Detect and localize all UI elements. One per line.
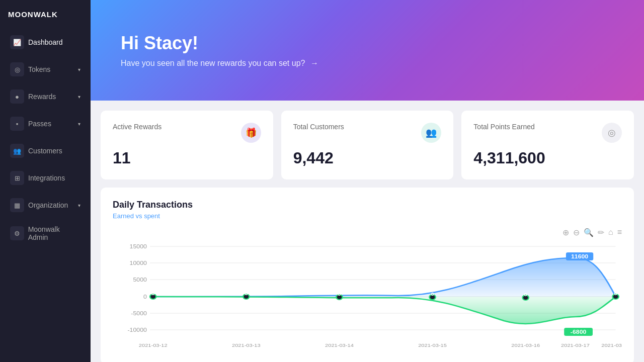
stat-label: Active Rewards bbox=[113, 123, 162, 131]
svg-text:2021-03-17: 2021-03-17 bbox=[561, 343, 590, 348]
hero-subtitle: Have you seen all the new rewards you ca… bbox=[121, 59, 624, 68]
sidebar-item-moonwalk-admin[interactable]: ⚙ Moonwalk Admin bbox=[2, 219, 89, 247]
svg-text:0: 0 bbox=[245, 291, 248, 296]
admin-icon: ⚙ bbox=[10, 226, 24, 240]
sidebar-item-rewards[interactable]: ● Rewards ▾ bbox=[2, 83, 89, 110]
customers-icon: 👥 bbox=[10, 144, 24, 158]
svg-text:11600: 11600 bbox=[571, 254, 588, 259]
svg-text:2021-03-12: 2021-03-12 bbox=[139, 343, 168, 348]
chevron-icon: ▾ bbox=[78, 67, 80, 72]
stat-icon-rewards: 🎁 bbox=[241, 123, 261, 143]
svg-text:0: 0 bbox=[431, 292, 434, 297]
sidebar-item-tokens[interactable]: ◎ Tokens ▾ bbox=[2, 56, 89, 82]
sidebar-item-organization[interactable]: ▦ Organization ▾ bbox=[2, 192, 89, 218]
chevron-icon: ▾ bbox=[78, 203, 80, 208]
zoom-out-icon[interactable]: ⊖ bbox=[573, 228, 580, 237]
stat-card-total-customers: Total Customers 👥 9,442 bbox=[281, 111, 454, 179]
sidebar-item-integrations[interactable]: ⊞ Integrations bbox=[2, 165, 89, 191]
chevron-icon: ▾ bbox=[78, 94, 80, 100]
svg-text:2021-03-14: 2021-03-14 bbox=[325, 343, 354, 348]
stat-card-total-points: Total Points Earned ◎ 4,311,600 bbox=[461, 111, 634, 179]
svg-text:0: 0 bbox=[614, 291, 618, 296]
chart-toolbar: ⊕ ⊖ 🔍 ✏ ⌂ ≡ bbox=[113, 228, 622, 237]
svg-text:-10000: -10000 bbox=[127, 327, 146, 333]
chart-card: Daily Transactions Earned vs spent ⊕ ⊖ 🔍… bbox=[101, 188, 634, 362]
chart-container: 15000 10000 5000 0 -5000 -10000 bbox=[113, 241, 622, 352]
sidebar: MOONWALK 📈 Dashboard ◎ Tokens ▾ ● Reward… bbox=[0, 0, 91, 362]
daily-transactions-chart: 15000 10000 5000 0 -5000 -10000 bbox=[113, 241, 622, 352]
svg-text:5000: 5000 bbox=[133, 277, 146, 283]
chart-title: Daily Transactions bbox=[113, 200, 622, 210]
zoom-in-icon[interactable]: ⊕ bbox=[562, 228, 569, 237]
sidebar-item-dashboard[interactable]: 📈 Dashboard bbox=[2, 29, 89, 55]
stat-card-active-rewards: Active Rewards 🎁 11 bbox=[101, 111, 273, 179]
pan-icon[interactable]: ✏ bbox=[598, 228, 604, 237]
sidebar-item-customers[interactable]: 👥 Customers bbox=[2, 138, 89, 164]
stat-value-points: 4,311,600 bbox=[473, 149, 622, 167]
hero-banner: Hi Stacy! Have you seen all the new rewa… bbox=[91, 0, 644, 101]
stat-value-customers: 9,442 bbox=[293, 149, 442, 167]
svg-text:2021-03-16: 2021-03-16 bbox=[511, 343, 540, 348]
search-icon[interactable]: 🔍 bbox=[584, 228, 594, 237]
sidebar-item-label: Tokens bbox=[28, 65, 50, 73]
stat-label: Total Customers bbox=[293, 123, 344, 131]
chevron-icon: ▾ bbox=[78, 121, 80, 127]
sidebar-item-label: Rewards bbox=[28, 93, 56, 101]
svg-text:15000: 15000 bbox=[130, 244, 147, 249]
tokens-icon: ◎ bbox=[10, 62, 24, 76]
stat-label: Total Points Earned bbox=[473, 123, 534, 131]
main-content: Hi Stacy! Have you seen all the new rewa… bbox=[91, 0, 644, 362]
sidebar-item-label: Integrations bbox=[28, 174, 65, 182]
sidebar-item-label: Customers bbox=[28, 147, 62, 155]
app-logo: MOONWALK bbox=[0, 0, 91, 29]
home-icon[interactable]: ⌂ bbox=[608, 228, 613, 237]
svg-text:-5000: -5000 bbox=[131, 311, 147, 316]
rewards-icon: ● bbox=[10, 89, 24, 104]
sidebar-item-label: Moonwalk Admin bbox=[28, 225, 80, 241]
sidebar-item-passes[interactable]: ▪ Passes ▾ bbox=[2, 111, 89, 137]
svg-text:2021-03-13: 2021-03-13 bbox=[232, 343, 261, 348]
organization-icon: ▦ bbox=[10, 198, 24, 212]
svg-text:0: 0 bbox=[143, 294, 147, 300]
stats-row: Active Rewards 🎁 11 Total Customers 👥 9,… bbox=[91, 101, 644, 179]
svg-text:-6800: -6800 bbox=[571, 329, 587, 335]
stat-value-rewards: 11 bbox=[113, 149, 261, 167]
svg-text:2021-03-15: 2021-03-15 bbox=[418, 343, 447, 348]
dashboard-icon: 📈 bbox=[10, 35, 24, 49]
stat-icon-points: ◎ bbox=[602, 123, 622, 143]
passes-icon: ▪ bbox=[10, 117, 24, 131]
svg-text:10000: 10000 bbox=[130, 260, 147, 266]
stat-icon-customers: 👥 bbox=[421, 123, 441, 143]
svg-text:0: 0 bbox=[524, 292, 528, 297]
sidebar-item-label: Passes bbox=[28, 120, 51, 128]
svg-text:0: 0 bbox=[338, 292, 341, 297]
hero-arrow[interactable]: → bbox=[310, 59, 318, 67]
svg-text:2021-03-18: 2021-03-18 bbox=[601, 343, 622, 348]
sidebar-item-label: Dashboard bbox=[28, 38, 63, 46]
hero-greeting: Hi Stacy! bbox=[121, 33, 624, 54]
sidebar-item-label: Organization bbox=[28, 201, 68, 209]
chart-subtitle: Earned vs spent bbox=[113, 212, 622, 220]
svg-text:0: 0 bbox=[151, 291, 155, 296]
integrations-icon: ⊞ bbox=[10, 171, 24, 185]
menu-icon[interactable]: ≡ bbox=[617, 228, 622, 237]
